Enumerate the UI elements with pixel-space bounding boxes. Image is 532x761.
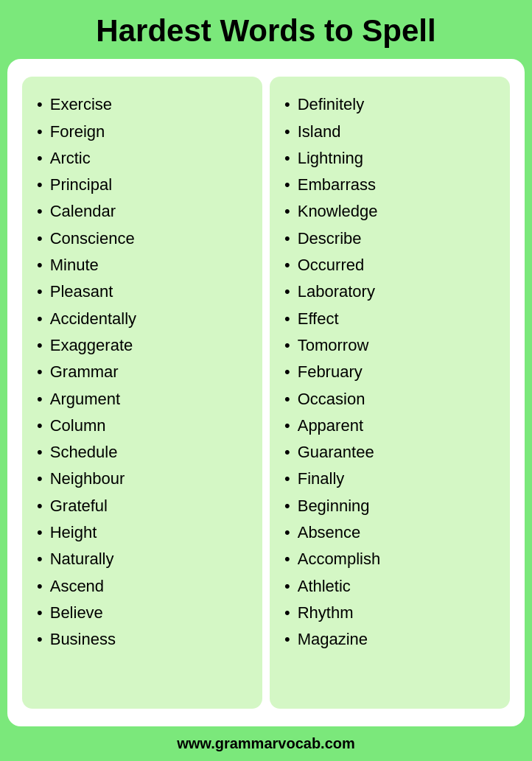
list-item: Conscience: [37, 225, 251, 252]
list-item: Occurred: [284, 252, 498, 278]
list-item: Business: [37, 626, 251, 653]
list-item: Athletic: [284, 573, 498, 600]
list-item: Definitely: [284, 91, 498, 118]
list-item: Apparent: [284, 413, 498, 439]
list-item: Grammar: [37, 359, 251, 385]
list-item: Finally: [284, 466, 498, 492]
list-item: Calendar: [37, 198, 251, 225]
list-item: February: [284, 359, 498, 385]
list-item: Knowledge: [284, 198, 498, 225]
list-item: Tomorrow: [284, 332, 498, 359]
list-item: Foreign: [37, 119, 251, 145]
list-item: Absence: [284, 519, 498, 546]
list-item: Guarantee: [284, 439, 498, 466]
list-item: Pleasant: [37, 278, 251, 305]
page-footer: www.grammarvocab.com: [0, 726, 532, 761]
list-item: Naturally: [37, 546, 251, 572]
list-item: Embarrass: [284, 172, 498, 198]
page-title: Hardest Words to Spell: [15, 13, 517, 49]
left-column: ExerciseForeignArcticPrincipalCalendarCo…: [22, 77, 262, 709]
list-item: Height: [37, 519, 251, 546]
list-item: Laboratory: [284, 278, 498, 305]
list-item: Minute: [37, 252, 251, 278]
right-column: DefinitelyIslandLightningEmbarrassKnowle…: [270, 77, 510, 709]
list-item: Arctic: [37, 145, 251, 172]
list-item: Exaggerate: [37, 332, 251, 359]
main-content: ExerciseForeignArcticPrincipalCalendarCo…: [7, 59, 525, 726]
right-word-list: DefinitelyIslandLightningEmbarrassKnowle…: [284, 91, 498, 653]
list-item: Island: [284, 119, 498, 145]
footer-url: www.grammarvocab.com: [177, 735, 355, 751]
list-item: Effect: [284, 306, 498, 332]
list-item: Lightning: [284, 145, 498, 172]
list-item: Accidentally: [37, 306, 251, 332]
list-item: Beginning: [284, 493, 498, 519]
list-item: Column: [37, 413, 251, 439]
list-item: Occasion: [284, 386, 498, 413]
list-item: Rhythm: [284, 600, 498, 626]
list-item: Schedule: [37, 439, 251, 466]
list-item: Accomplish: [284, 546, 498, 572]
list-item: Argument: [37, 386, 251, 413]
list-item: Believe: [37, 600, 251, 626]
left-word-list: ExerciseForeignArcticPrincipalCalendarCo…: [37, 91, 251, 653]
page-header: Hardest Words to Spell: [0, 0, 532, 59]
list-item: Ascend: [37, 573, 251, 600]
list-item: Principal: [37, 172, 251, 198]
list-item: Grateful: [37, 493, 251, 519]
list-item: Magazine: [284, 626, 498, 653]
list-item: Neighbour: [37, 466, 251, 492]
list-item: Exercise: [37, 91, 251, 118]
list-item: Describe: [284, 225, 498, 252]
